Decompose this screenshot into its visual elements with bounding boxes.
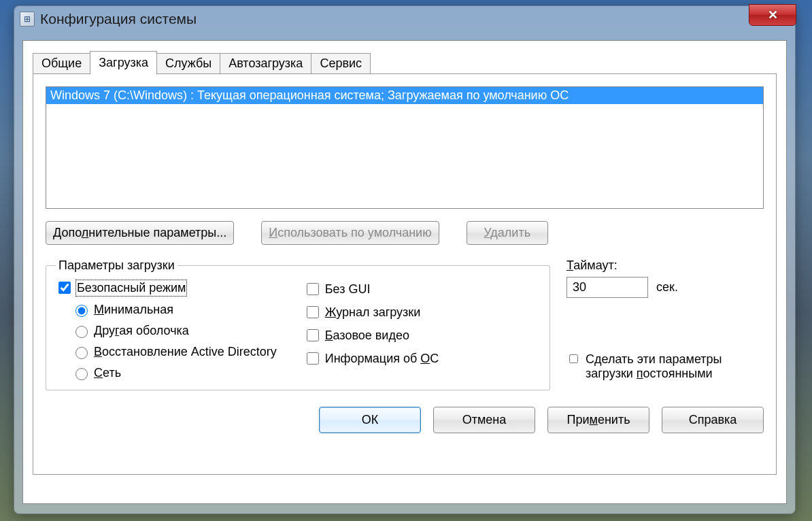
boot-options-columns: Безопасный режим Минимальная Другая обол… xyxy=(56,280,540,380)
lower-panel: Параметры загрузки Безопасный режим Мини… xyxy=(46,258,764,390)
make-permanent-checkbox-input[interactable] xyxy=(569,354,578,363)
timeout-input[interactable] xyxy=(566,277,648,298)
radio-altshell[interactable]: Другая оболочка xyxy=(72,324,277,338)
boot-options-legend: Параметры загрузки xyxy=(56,258,177,273)
tab-strip: Общие Загрузка Службы Автозагрузка Серви… xyxy=(33,50,777,74)
radio-minimal-input[interactable] xyxy=(75,305,88,317)
help-button[interactable]: Справка xyxy=(662,407,764,433)
tab-general[interactable]: Общие xyxy=(33,53,90,74)
close-icon: ✕ xyxy=(768,7,778,22)
radio-minimal[interactable]: Минимальная xyxy=(72,303,277,317)
nogui-checkbox-input[interactable] xyxy=(307,283,319,295)
nogui-checkbox[interactable]: Без GUI xyxy=(304,281,439,297)
safe-mode-checkbox-input[interactable] xyxy=(58,282,71,294)
os-listbox[interactable]: Windows 7 (C:\Windows) : Текущая операци… xyxy=(46,86,764,209)
timeout-unit: сек. xyxy=(656,280,678,295)
bootlog-checkbox-input[interactable] xyxy=(307,306,319,318)
tab-page-boot: Windows 7 (C:\Windows) : Текущая операци… xyxy=(33,73,777,475)
window-title: Конфигурация системы xyxy=(40,11,197,27)
timeout-row: сек. xyxy=(566,277,764,298)
osinfo-checkbox[interactable]: Информация об ОС xyxy=(304,350,439,367)
tab-tools[interactable]: Сервис xyxy=(311,53,371,74)
close-button[interactable]: ✕ xyxy=(749,4,796,26)
osinfo-checkbox-input[interactable] xyxy=(307,352,319,365)
tab-boot[interactable]: Загрузка xyxy=(90,51,157,75)
boot-buttons-row: Дополнительные параметры... Использовать… xyxy=(46,221,764,245)
radio-altshell-input[interactable] xyxy=(75,326,88,338)
set-default-button: Использовать по умолчанию xyxy=(261,221,439,245)
boot-options-col2: Без GUI Журнал загрузки Базовое видео xyxy=(304,281,439,380)
boot-options-group: Параметры загрузки Безопасный режим Мини… xyxy=(46,258,550,390)
timeout-panel: Таймаут: сек. Сделать эти параметры загр… xyxy=(566,258,764,390)
cancel-button[interactable]: Отмена xyxy=(433,407,535,433)
radio-ad-repair-input[interactable] xyxy=(75,347,88,359)
safe-mode-checkbox[interactable]: Безопасный режим xyxy=(56,280,277,296)
os-list-item[interactable]: Windows 7 (C:\Windows) : Текущая операци… xyxy=(46,87,763,104)
advanced-options-button[interactable]: Дополнительные параметры... xyxy=(46,221,234,245)
apply-button[interactable]: Применить xyxy=(547,407,649,433)
titlebar: ⊞ Конфигурация системы ✕ xyxy=(14,6,795,32)
make-permanent-checkbox[interactable]: Сделать эти параметры загрузки постоянны… xyxy=(566,352,764,381)
bootlog-checkbox[interactable]: Журнал загрузки xyxy=(304,304,439,320)
app-icon: ⊞ xyxy=(20,12,35,27)
timeout-label: Таймаут: xyxy=(566,258,764,273)
radio-network-input[interactable] xyxy=(75,368,88,380)
client-area: Общие Загрузка Службы Автозагрузка Серви… xyxy=(22,40,787,504)
basevideo-checkbox-input[interactable] xyxy=(307,329,319,341)
tab-services[interactable]: Службы xyxy=(156,53,220,74)
window-frame: ⊞ Конфигурация системы ✕ Общие Загрузка … xyxy=(14,5,796,514)
ok-button[interactable]: ОК xyxy=(319,407,421,433)
safe-mode-radios: Минимальная Другая оболочка Восстановлен… xyxy=(72,303,277,380)
dialog-buttons: ОК Отмена Применить Справка xyxy=(46,407,764,433)
tab-startup[interactable]: Автозагрузка xyxy=(220,53,311,74)
radio-network[interactable]: Сеть xyxy=(72,366,277,380)
radio-ad-repair[interactable]: Восстановление Active Directory xyxy=(72,345,277,359)
delete-button: Удалить xyxy=(467,221,548,245)
basevideo-checkbox[interactable]: Базовое видео xyxy=(304,327,439,343)
